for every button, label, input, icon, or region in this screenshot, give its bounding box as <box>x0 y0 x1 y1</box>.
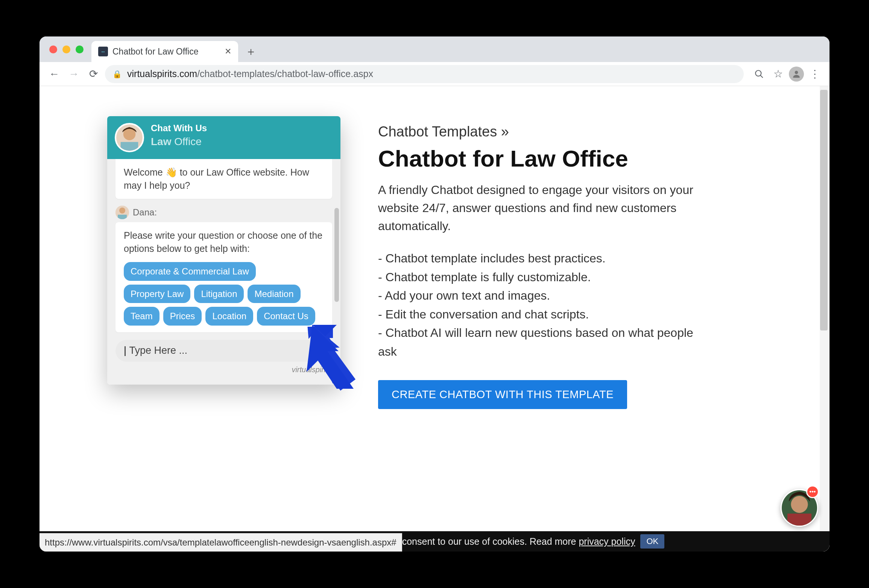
svg-rect-5 <box>121 142 138 151</box>
svg-point-7 <box>119 208 125 214</box>
chat-chip-property-law[interactable]: Property Law <box>124 285 190 303</box>
page-title: Chatbot for Law Office <box>378 145 702 172</box>
status-bar-link: https://www.virtualspirits.com/vsa/templ… <box>40 533 402 552</box>
chat-chips: Corporate & Commercial LawProperty LawLi… <box>124 262 324 326</box>
forward-button[interactable]: → <box>66 66 82 82</box>
svg-point-0 <box>755 70 761 76</box>
feature-bullet: - Chatbot template includes best practic… <box>378 249 702 268</box>
svg-point-14 <box>791 496 808 513</box>
reload-button[interactable]: ⟳ <box>85 66 101 82</box>
window-close-icon[interactable] <box>49 45 57 53</box>
svg-rect-15 <box>787 514 811 526</box>
chat-chip-location[interactable]: Location <box>205 307 253 326</box>
chat-input[interactable]: | Type Here ... <box>115 340 332 362</box>
chat-chip-prices[interactable]: Prices <box>163 307 202 326</box>
page-content: Chat With Us Law Office Welcome 👋 to our… <box>40 86 830 552</box>
info-column: Chatbot Templates » Chatbot for Law Offi… <box>378 116 702 409</box>
privacy-policy-link[interactable]: privacy policy <box>579 536 635 547</box>
chat-header: Chat With Us Law Office <box>107 116 340 159</box>
profile-icon[interactable] <box>789 67 804 82</box>
svg-rect-8 <box>118 215 127 219</box>
feature-bullet: - Chatbot AI will learn new questions ba… <box>378 324 702 361</box>
chat-chip-team[interactable]: Team <box>124 307 160 326</box>
tab-title: Chatbot for Law Office <box>112 47 198 57</box>
chat-header-title: Chat With Us <box>151 123 207 133</box>
chat-body: Welcome 👋 to our Law Office website. How… <box>107 159 340 385</box>
lead-paragraph: A friendly Chatbot designed to engage yo… <box>378 181 702 235</box>
chat-widget: Chat With Us Law Office Welcome 👋 to our… <box>107 116 340 385</box>
window-minimize-icon[interactable] <box>62 45 70 53</box>
input-cursor: | <box>124 345 126 356</box>
tab-strip: Chatbot for Law Office ✕ ＋ <box>40 36 830 62</box>
create-chatbot-button[interactable]: CREATE CHATBOT WITH THIS TEMPLATE <box>378 380 627 409</box>
url-path: /chatbot-templates/chatbot-law-office.as… <box>197 68 373 79</box>
browser-toolbar: ← → ⟳ 🔒 virtualspirits.com/chatbot-templ… <box>40 62 830 86</box>
chat-chip-corporate-commercial-law[interactable]: Corporate & Commercial Law <box>124 262 256 281</box>
menu-icon[interactable]: ⋮ <box>807 66 823 82</box>
chat-sender-name: Dana: <box>133 207 157 218</box>
chat-footer-brand: virtualspirits <box>107 364 340 379</box>
new-tab-button[interactable]: ＋ <box>243 44 258 59</box>
chat-chip-mediation[interactable]: Mediation <box>248 285 300 303</box>
feature-bullet: - Chatbot template is fully customizable… <box>378 268 702 287</box>
feature-bullet: - Add your own text and images. <box>378 286 702 305</box>
back-button[interactable]: ← <box>46 66 62 82</box>
bookmark-icon[interactable]: ☆ <box>770 66 786 82</box>
window-maximize-icon[interactable] <box>76 45 84 53</box>
chat-input-placeholder: Type Here ... <box>129 345 188 356</box>
svg-point-2 <box>795 71 798 74</box>
chat-message-prompt: Please write your question or choose one… <box>115 222 332 332</box>
lock-icon: 🔒 <box>112 70 122 79</box>
agent-avatar <box>115 123 144 152</box>
browser-tab[interactable]: Chatbot for Law Office ✕ <box>91 41 238 62</box>
close-tab-icon[interactable]: ✕ <box>225 47 231 56</box>
chat-widget-container: Chat With Us Law Office Welcome 👋 to our… <box>107 116 340 385</box>
feature-list: - Chatbot template includes best practic… <box>378 249 702 361</box>
chat-message-welcome: Welcome 👋 to our Law Office website. How… <box>115 159 332 199</box>
chat-header-brand: Law Office <box>151 136 207 148</box>
breadcrumb[interactable]: Chatbot Templates » <box>378 124 702 140</box>
svg-line-1 <box>760 75 763 78</box>
zoom-icon[interactable] <box>751 66 767 82</box>
address-bar[interactable]: 🔒 virtualspirits.com/chatbot-templates/c… <box>105 65 744 83</box>
cookie-ok-button[interactable]: OK <box>640 534 664 549</box>
url-host: virtualspirits.com <box>127 68 197 79</box>
chat-chip-litigation[interactable]: Litigation <box>194 285 244 303</box>
mini-avatar-icon <box>115 206 129 219</box>
chat-chip-contact-us[interactable]: Contact Us <box>257 307 315 326</box>
chat-notification-badge[interactable]: ••• <box>806 485 819 498</box>
chat-sender-row: Dana: <box>115 206 340 219</box>
favicon-icon <box>98 47 108 56</box>
window-controls <box>49 45 84 53</box>
chat-scrollbar[interactable] <box>334 208 339 302</box>
browser-window: Chatbot for Law Office ✕ ＋ ← → ⟳ 🔒 virtu… <box>40 36 830 552</box>
feature-bullet: - Edit the conversation and chat scripts… <box>378 305 702 324</box>
send-icon[interactable] <box>313 344 324 357</box>
